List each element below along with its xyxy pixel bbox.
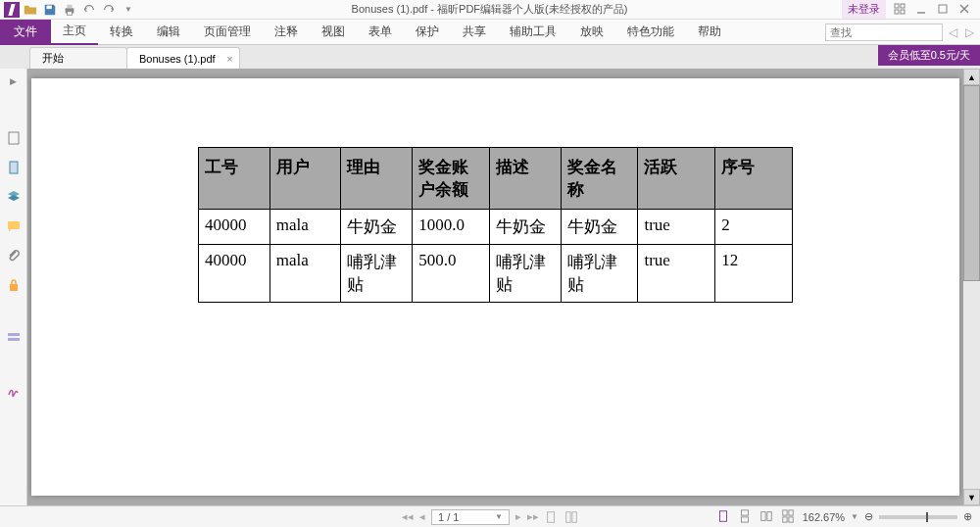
svg-rect-27 (789, 509, 793, 514)
minimize-icon[interactable] (915, 3, 929, 17)
redo-icon[interactable] (100, 1, 118, 19)
fields-icon[interactable] (5, 329, 23, 347)
statusbar: ◂◂ ◂ 1 / 1▼ ▸ ▸▸ 162.67% ▼ ⊖ ⊕ (0, 505, 980, 527)
maximize-icon[interactable] (937, 3, 951, 17)
scroll-up-icon[interactable]: ▲ (963, 69, 980, 85)
svg-rect-14 (8, 221, 20, 229)
svg-rect-19 (566, 511, 570, 522)
qat-dropdown-icon[interactable]: ▼ (120, 1, 137, 19)
ribbon-tab-home[interactable]: 主页 (51, 20, 98, 45)
svg-rect-25 (767, 511, 771, 520)
vertical-scrollbar[interactable]: ▲ ▼ (963, 69, 980, 505)
ribbon-display-icon[interactable] (894, 3, 907, 17)
pages-icon[interactable] (5, 159, 23, 176)
ribbon-tab-edit[interactable]: 编辑 (145, 20, 192, 45)
ribbon-tab-accessibility[interactable]: 辅助工具 (498, 20, 568, 45)
cell: 2 (715, 210, 793, 245)
continuous-view-icon[interactable] (738, 509, 754, 525)
cell: 40000 (199, 210, 270, 245)
doc-tab-label: 开始 (42, 51, 64, 66)
single-page-view-icon[interactable] (716, 509, 732, 525)
layers-icon[interactable] (5, 188, 23, 206)
last-page-icon[interactable]: ▸▸ (527, 510, 539, 523)
next-page-icon[interactable]: ▸ (515, 510, 521, 523)
cell: mala (270, 245, 341, 303)
cell: 哺乳津贴 (489, 245, 561, 303)
attachments-icon[interactable] (5, 247, 23, 264)
continuous-facing-view-icon[interactable] (781, 509, 797, 525)
document-canvas[interactable]: 工号 用户 理由 奖金账户余额 描述 奖金名称 活跃 序号 40000 mala (27, 69, 963, 505)
scroll-thumb[interactable] (963, 85, 980, 281)
comments-icon[interactable] (5, 217, 23, 235)
svg-rect-9 (939, 5, 947, 13)
ribbon-tab-form[interactable]: 表单 (357, 20, 404, 45)
ribbon-tab-protect[interactable]: 保护 (404, 20, 451, 45)
cell: 哺乳津贴 (561, 245, 638, 303)
svg-rect-18 (548, 511, 555, 522)
ribbon-tab-comment[interactable]: 注释 (263, 20, 310, 45)
bookmarks-icon[interactable] (5, 129, 23, 147)
page-input[interactable]: 1 / 1▼ (431, 509, 510, 525)
titlebar: ▼ Bonuses (1).pdf - 福昕PDF编辑器个人版(未经授权的产品)… (0, 0, 980, 20)
facing-view-icon[interactable] (760, 509, 775, 525)
ribbon-tab-pages[interactable]: 页面管理 (192, 20, 263, 45)
ribbon-tab-help[interactable]: 帮助 (686, 20, 733, 45)
svg-rect-24 (760, 511, 764, 520)
zoom-value: 162.67% (803, 511, 845, 523)
undo-icon[interactable] (80, 1, 98, 19)
file-tab[interactable]: 文件 (0, 20, 51, 45)
svg-rect-16 (8, 333, 20, 336)
page-tools-icon[interactable] (545, 510, 559, 524)
col-active: 活跃 (638, 148, 715, 210)
nav-fwd-icon[interactable]: ▷ (963, 25, 976, 39)
quick-access-toolbar: ▼ (0, 1, 137, 19)
signatures-icon[interactable] (5, 382, 23, 400)
scroll-down-icon[interactable]: ▼ (963, 489, 980, 505)
zoom-out-icon[interactable]: ⊖ (864, 510, 873, 523)
ribbon-tab-view[interactable]: 视图 (310, 20, 357, 45)
page-tools2-icon[interactable] (564, 510, 578, 524)
ribbon: 文件 主页 转换 编辑 页面管理 注释 视图 表单 保护 共享 辅助工具 放映 … (0, 20, 980, 45)
save-icon[interactable] (41, 1, 59, 19)
zoom-slider[interactable] (879, 515, 957, 519)
left-sidebar: ▶ (0, 69, 27, 505)
ribbon-tab-convert[interactable]: 转换 (98, 20, 145, 45)
doc-tab-bonuses[interactable]: Bonuses (1).pdf × (126, 47, 240, 69)
cell: 哺乳津贴 (341, 245, 413, 303)
cell: 1000.0 (413, 210, 490, 245)
svg-rect-6 (895, 10, 899, 14)
zoom-dropdown-icon[interactable]: ▼ (851, 512, 858, 521)
sidebar-toggle-icon[interactable]: ▶ (10, 76, 17, 86)
cell: mala (270, 210, 341, 245)
scroll-track[interactable] (963, 85, 980, 489)
svg-rect-28 (782, 516, 786, 521)
doc-tab-label: Bonuses (1).pdf (139, 53, 216, 65)
open-icon[interactable] (22, 1, 39, 19)
col-user: 用户 (270, 148, 341, 210)
prev-page-icon[interactable]: ◂ (419, 510, 425, 523)
svg-rect-26 (782, 509, 786, 514)
security-icon[interactable] (5, 276, 23, 294)
col-bonus-name: 奖金名称 (561, 148, 638, 210)
col-desc: 描述 (489, 148, 561, 210)
search-input[interactable] (825, 24, 943, 41)
login-status[interactable]: 未登录 (842, 0, 886, 19)
doc-tab-start[interactable]: 开始 (29, 47, 127, 69)
ribbon-tab-slideshow[interactable]: 放映 (568, 20, 615, 45)
svg-rect-3 (67, 11, 72, 15)
promo-badge[interactable]: 会员低至0.5元/天 (878, 45, 980, 66)
close-tab-icon[interactable]: × (226, 53, 232, 65)
cell: 12 (715, 245, 793, 303)
first-page-icon[interactable]: ◂◂ (402, 510, 414, 523)
ribbon-tab-share[interactable]: 共享 (451, 20, 498, 45)
col-reason: 理由 (341, 148, 413, 210)
col-seq: 序号 (715, 148, 793, 210)
data-table: 工号 用户 理由 奖金账户余额 描述 奖金名称 活跃 序号 40000 mala (198, 147, 793, 303)
nav-back-icon[interactable]: ◁ (947, 25, 959, 39)
cell: true (638, 245, 715, 303)
close-icon[interactable] (958, 3, 972, 17)
zoom-in-icon[interactable]: ⊕ (963, 510, 972, 523)
ribbon-tab-features[interactable]: 特色功能 (615, 20, 686, 45)
cell: 40000 (199, 245, 270, 303)
print-icon[interactable] (61, 1, 78, 19)
